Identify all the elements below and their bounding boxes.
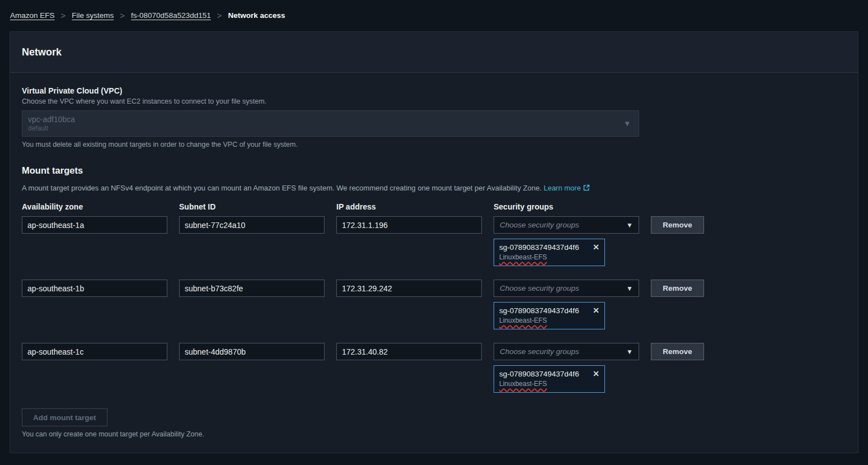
security-group-id: sg-0789083749437d4f6 [499, 370, 579, 378]
mount-target-row: Choose security groups ▼ Remove sg-07890… [22, 280, 846, 329]
security-group-name: Linuxbeast-EFS [499, 380, 547, 388]
vpc-select[interactable]: vpc-adf10bca default ▼ [22, 110, 639, 137]
network-panel: Network Virtual Private Cloud (VPC) Choo… [10, 31, 858, 453]
vpc-select-sub-value: default [28, 124, 75, 132]
breadcrumb: Amazon EFS > File systems > fs-08070d58a… [0, 0, 868, 29]
breadcrumb-link-filesystem-id[interactable]: fs-08070d58a523dd151 [131, 11, 211, 20]
page-title: Network [22, 46, 846, 58]
chevron-down-icon: ▼ [626, 348, 633, 356]
security-group-token: sg-0789083749437d4f6 ✕ Linuxbeast-EFS [494, 302, 605, 329]
breadcrumb-current-network-access: Network access [228, 11, 285, 20]
ip-address-input[interactable] [336, 280, 482, 297]
remove-button[interactable]: Remove [651, 216, 704, 234]
mount-targets-description-text: A mount target provides an NFSv4 endpoin… [22, 184, 542, 192]
security-groups-placeholder: Choose security groups [500, 221, 579, 229]
mount-targets-description: A mount target provides an NFSv4 endpoin… [22, 184, 846, 193]
breadcrumb-separator: > [217, 11, 222, 20]
vpc-select-value: vpc-adf10bca [28, 115, 75, 124]
column-header-actions-spacer [651, 202, 704, 211]
ip-address-input[interactable] [336, 343, 482, 360]
chevron-down-icon: ▼ [623, 119, 631, 128]
remove-button[interactable]: Remove [651, 280, 704, 297]
vpc-label: Virtual Private Cloud (VPC) [22, 86, 846, 95]
security-groups-select[interactable]: Choose security groups ▼ [494, 216, 639, 234]
security-groups-placeholder: Choose security groups [500, 284, 579, 292]
subnet-id-input[interactable] [179, 216, 325, 234]
column-header-security-groups: Security groups [494, 202, 639, 211]
breadcrumb-separator: > [120, 11, 125, 20]
availability-zone-input[interactable] [22, 343, 167, 360]
external-link-icon [583, 184, 590, 193]
availability-zone-input[interactable] [22, 280, 167, 297]
column-header-availability-zone: Availability zone [22, 202, 167, 211]
close-icon[interactable]: ✕ [593, 369, 599, 378]
chevron-down-icon: ▼ [626, 285, 633, 292]
panel-header: Network [10, 32, 858, 73]
security-group-id: sg-0789083749437d4f6 [499, 243, 579, 252]
security-group-name: Linuxbeast-EFS [499, 253, 547, 261]
column-header-subnet-id: Subnet ID [179, 202, 325, 211]
security-groups-placeholder: Choose security groups [500, 347, 579, 356]
security-groups-select[interactable]: Choose security groups ▼ [494, 343, 639, 360]
panel-body: Virtual Private Cloud (VPC) Choose the V… [10, 73, 858, 453]
mount-targets-column-headers: Availability zone Subnet ID IP address S… [22, 202, 846, 211]
security-group-token: sg-0789083749437d4f6 ✕ Linuxbeast-EFS [494, 365, 605, 393]
mount-targets-title: Mount targets [22, 165, 846, 176]
learn-more-link[interactable]: Learn more [543, 184, 580, 192]
subnet-id-input[interactable] [179, 280, 325, 297]
availability-zone-input[interactable] [22, 216, 167, 234]
security-group-token: sg-0789083749437d4f6 ✕ Linuxbeast-EFS [494, 239, 605, 266]
mount-target-row: Choose security groups ▼ Remove sg-07890… [22, 216, 846, 266]
close-icon[interactable]: ✕ [593, 243, 599, 252]
security-group-name: Linuxbeast-EFS [499, 317, 547, 324]
column-header-ip-address: IP address [336, 202, 482, 211]
security-groups-select[interactable]: Choose security groups ▼ [494, 280, 639, 297]
chevron-down-icon: ▼ [626, 221, 633, 229]
close-icon[interactable]: ✕ [593, 306, 599, 315]
vpc-section: Virtual Private Cloud (VPC) Choose the V… [22, 86, 846, 148]
mount-targets-helper-text: You can only create one mount target per… [22, 430, 846, 438]
breadcrumb-separator: > [61, 11, 66, 20]
ip-address-input[interactable] [336, 216, 482, 234]
remove-button[interactable]: Remove [651, 343, 704, 360]
subnet-id-input[interactable] [179, 343, 325, 360]
vpc-description: Choose the VPC where you want EC2 instan… [22, 97, 846, 105]
breadcrumb-link-file-systems[interactable]: File systems [72, 11, 114, 20]
breadcrumb-link-amazon-efs[interactable]: Amazon EFS [10, 11, 55, 20]
vpc-helper-text: You must delete all existing mount targe… [22, 141, 846, 148]
mount-target-row: Choose security groups ▼ Remove sg-07890… [22, 343, 846, 393]
security-group-id: sg-0789083749437d4f6 [499, 306, 579, 315]
vpc-select-value-wrap: vpc-adf10bca default [28, 115, 75, 132]
add-mount-target-button[interactable]: Add mount target [22, 408, 107, 426]
